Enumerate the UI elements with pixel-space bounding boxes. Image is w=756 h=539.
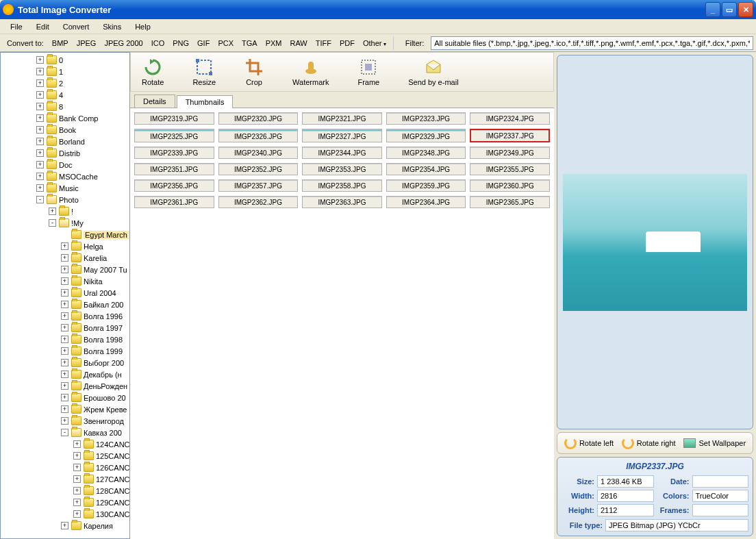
tree-toggle-icon[interactable]: + [61,347,68,355]
menu-convert[interactable]: Convert [57,21,96,32]
tree-toggle-icon[interactable]: - [61,429,68,436]
tree-item[interactable]: +125CANC [2,450,128,462]
format-jpeg[interactable]: JPEG [73,37,101,49]
tree-toggle-icon[interactable]: + [61,382,68,390]
tree-toggle-icon[interactable]: + [36,161,44,168]
thumbnail-item[interactable]: IMGP2323.JPG [386,112,466,125]
format-ico[interactable]: ICO [147,37,169,49]
thumbnail-item[interactable]: IMGP2319.JPG [134,112,214,125]
tree-item[interactable]: +Байкал 200 [2,299,128,310]
tree-toggle-icon[interactable]: + [73,510,81,518]
tree-toggle-icon[interactable]: + [36,79,44,87]
tree-toggle-icon[interactable]: - [36,196,44,203]
tree-toggle-icon[interactable]: + [73,487,81,494]
format-bmp[interactable]: BMP [48,37,73,49]
thumbnail-item[interactable]: IMGP2357.JPG [218,179,299,192]
tree-item[interactable]: +126CANC [2,462,128,473]
tree-item[interactable]: +Bank Comp [2,112,128,124]
tree-toggle-icon[interactable]: + [61,301,68,308]
tree-toggle-icon[interactable]: + [49,208,56,215]
format-other[interactable]: Other ▾ [359,37,390,49]
thumbnail-item[interactable]: IMGP2327.JPG [302,129,382,142]
tree-item[interactable]: +Nikita [2,275,128,287]
thumbnail-item[interactable]: IMGP2351.JPG [134,163,214,175]
maximize-button[interactable]: ▭ [722,2,737,17]
tree-item[interactable]: +Волга 1999 [2,345,128,357]
frame-button[interactable]: Frame [353,56,383,88]
tree-item[interactable]: +Ерошово 20 [2,392,128,403]
tree-item[interactable]: +Волга 1997 [2,322,128,334]
tree-item[interactable]: -Photo [2,194,128,205]
tree-toggle-icon[interactable]: + [61,405,68,413]
tree-item[interactable]: +! [2,205,128,217]
tree-item[interactable]: +MSOCache [2,171,128,182]
tree-item[interactable]: +130CANC [2,508,128,520]
thumbnail-item[interactable]: IMGP2349.JPG [470,147,550,159]
tree-toggle-icon[interactable]: + [36,91,44,99]
watermark-button[interactable]: Watermark [288,56,333,88]
thumbnail-item[interactable]: IMGP2344.JPG [302,147,382,159]
tree-item[interactable]: +May 2007 Tu [2,264,128,275]
tree-item[interactable]: +Волга 1996 [2,310,128,322]
tree-item[interactable]: +Book [2,124,128,136]
tree-toggle-icon[interactable]: - [49,219,56,227]
tree-item[interactable]: +0 [2,54,128,66]
thumbnail-item[interactable]: IMGP2352.JPG [218,163,299,175]
crop-button[interactable]: Crop [240,56,268,88]
tree-toggle-icon[interactable]: + [61,394,68,401]
close-button[interactable]: ✕ [738,2,753,17]
rotate-button[interactable]: Rotate [138,56,168,88]
thumbnail-item[interactable]: IMGP2363.JPG [302,196,382,208]
tree-toggle-icon[interactable]: + [36,103,44,110]
rotate-left-button[interactable]: Rotate left [562,436,616,451]
tree-item[interactable]: +Borland [2,136,128,147]
thumbnail-item[interactable]: IMGP2340.JPG [218,147,299,159]
format-tiff[interactable]: TIFF [312,37,336,49]
tree-item[interactable]: +Music [2,182,128,194]
tree-item[interactable]: +Helga [2,240,128,252]
tree-toggle-icon[interactable]: + [61,242,68,250]
thumbnail-item[interactable]: IMGP2320.JPG [218,112,299,125]
tree-toggle-icon[interactable]: + [36,56,44,64]
tree-toggle-icon[interactable]: + [61,324,68,331]
thumbnail-item[interactable]: IMGP2321.JPG [302,112,382,125]
tree-item[interactable]: +4 [2,89,128,101]
format-raw[interactable]: RAW [286,37,312,49]
format-jpeg2000[interactable]: JPEG 2000 [100,37,147,49]
tree-toggle-icon[interactable]: + [36,126,44,134]
tree-toggle-icon[interactable]: + [61,522,68,529]
tree-item[interactable]: +Карелия [2,520,128,531]
menu-skins[interactable]: Skins [97,21,127,32]
menu-help[interactable]: Help [129,21,157,32]
minimize-button[interactable]: _ [705,2,720,17]
format-png[interactable]: PNG [168,37,193,49]
thumbnail-item[interactable]: IMGP2361.JPG [134,196,214,208]
tree-item[interactable]: +127CANC [2,473,128,485]
folder-tree[interactable]: +0+1+2+4+8+Bank Comp+Book+Borland+Distri… [0,52,130,539]
thumbnail-item[interactable]: IMGP2358.JPG [302,179,382,192]
thumbnail-item[interactable]: IMGP2326.JPG [218,129,299,142]
tree-toggle-icon[interactable]: + [61,289,68,297]
filter-input[interactable] [431,36,753,50]
tree-toggle-icon[interactable]: + [61,371,68,378]
tree-item[interactable]: +Жрем Креве [2,403,128,415]
tree-item[interactable]: +8 [2,101,128,112]
tree-item[interactable]: -Кавказ 200 [2,427,128,438]
tree-toggle-icon[interactable]: + [73,440,81,448]
thumbnail-item[interactable]: IMGP2359.JPG [386,179,466,192]
thumbnail-grid[interactable]: IMGP2319.JPGIMGP2320.JPGIMGP2321.JPGIMGP… [130,108,554,539]
email-button[interactable]: Send by e-mail [404,56,462,88]
thumbnail-item[interactable]: IMGP2324.JPG [470,112,550,125]
tree-toggle-icon[interactable]: + [36,184,44,192]
format-pxm[interactable]: PXM [262,37,286,49]
rotate-right-button[interactable]: Rotate right [619,436,679,451]
tree-toggle-icon[interactable]: + [61,254,68,262]
tree-toggle-icon[interactable]: + [36,68,44,75]
tree-item[interactable]: +Звенигород [2,415,128,427]
tree-item[interactable]: -!My [2,217,128,229]
thumbnail-item[interactable]: IMGP2329.JPG [386,129,466,142]
thumbnail-item[interactable]: IMGP2364.JPG [386,196,466,208]
tree-item[interactable]: +Волга 1998 [2,334,128,345]
tree-item[interactable]: +Ural 2004 [2,287,128,299]
thumbnail-item[interactable]: IMGP2337.JPG [470,129,550,142]
